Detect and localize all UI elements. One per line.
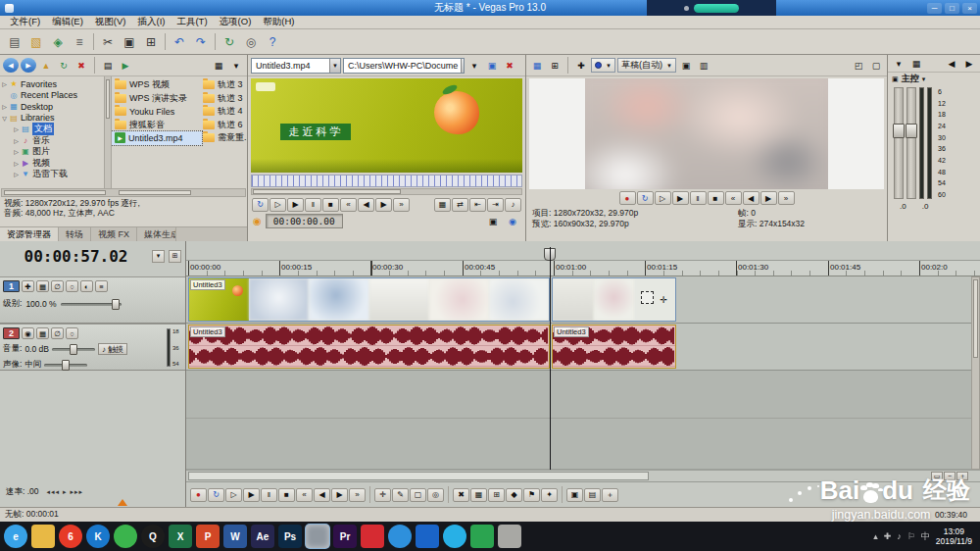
search-icon[interactable]: ◎ [240, 32, 262, 52]
tray-health-icon[interactable]: ✚ [884, 531, 892, 541]
step-forward-icon[interactable]: ▶ [760, 191, 777, 205]
solo-icon[interactable]: ○ [66, 327, 78, 339]
fader-handle[interactable] [893, 124, 905, 138]
tray-expand-icon[interactable]: ▴ [873, 531, 878, 541]
forward-icon[interactable]: ▶ [21, 58, 36, 73]
tree-item-pictures[interactable]: ▷▣图片 [0, 146, 104, 158]
go-to-start-icon[interactable]: « [340, 198, 357, 212]
normal-edit-icon[interactable]: ✛ [374, 488, 391, 502]
playhead[interactable] [550, 247, 551, 470]
recorder-button[interactable] [694, 4, 739, 13]
play-icon[interactable]: ▶ [287, 198, 304, 212]
master-fader-left[interactable] [894, 87, 904, 199]
loop-icon[interactable]: ↻ [637, 191, 654, 205]
tree-item-music[interactable]: ▷♪音乐 [0, 135, 104, 147]
dropdown-icon[interactable]: ▾ [228, 58, 244, 73]
trimmer-ruler[interactable] [251, 175, 522, 187]
go-to-end-icon[interactable]: » [393, 198, 410, 212]
record-icon[interactable]: ● [190, 488, 207, 502]
taskbar-app-excel[interactable]: X [169, 525, 192, 548]
go-to-end-icon[interactable]: » [349, 488, 366, 502]
audio-track-lane[interactable]: Untitled3 Untitled3 [186, 324, 980, 371]
envelope-edit-icon[interactable]: ✎ [392, 488, 409, 502]
marker-bar[interactable] [186, 241, 980, 261]
slider-handle[interactable] [62, 360, 70, 371]
mixer-icon[interactable]: ▣ [566, 488, 583, 502]
preview-video[interactable] [529, 78, 884, 189]
add-track-icon[interactable]: ＋ [602, 488, 618, 502]
slider-handle[interactable] [70, 344, 77, 355]
rate-scrubber[interactable]: ◂◂◂ ▸ ▸▸▸ [47, 488, 84, 496]
mute-icon[interactable]: ∅ [51, 327, 64, 339]
snap-icon[interactable]: ⊞ [488, 488, 505, 502]
loop-icon[interactable]: ↻ [252, 198, 269, 212]
media-start-icon[interactable]: ▶ [118, 58, 133, 73]
cut-icon[interactable]: ✂ [97, 32, 119, 52]
grid-icon[interactable]: ▣ [485, 214, 501, 228]
tab-transitions[interactable]: 转场 [59, 227, 91, 241]
meters-icon[interactable]: ▦ [908, 56, 924, 71]
taskbar-app-green[interactable] [114, 525, 137, 548]
tray-ime-icon[interactable]: 中 [921, 530, 930, 543]
properties-icon[interactable]: ≡ [69, 32, 90, 52]
video-track-lane[interactable]: Untitled3 ✛ [186, 276, 980, 324]
delete-icon[interactable]: ✖ [74, 58, 89, 73]
taskbar-app-360[interactable]: 6 [59, 525, 82, 548]
taskbar-app-gray[interactable] [498, 525, 521, 548]
file-item[interactable]: Youku Files [112, 105, 202, 119]
stop-icon[interactable]: ■ [278, 488, 295, 502]
video-clip-1[interactable]: Untitled3 [188, 277, 550, 322]
track-header-video[interactable]: 1 ✚ ▦ ∅ ○ ◐ ≡ 级别: 100.0 % [0, 276, 185, 324]
split-screen-icon[interactable]: ◰ [851, 58, 866, 73]
timeline-vscrollbar[interactable] [971, 276, 980, 470]
chevron-down-icon[interactable]: ▾ [922, 75, 926, 83]
taskbar-app-qq[interactable]: Q [141, 525, 165, 548]
automation-icon[interactable]: ◐ [80, 280, 93, 292]
timecode-grid-icon[interactable]: ⊞ [169, 250, 181, 263]
fullscreen-icon[interactable]: ▢ [868, 58, 884, 73]
bin-item[interactable]: 轨道 4 [202, 105, 247, 119]
grid-overlay-icon[interactable]: ▣ [678, 58, 694, 73]
go-to-start-icon[interactable]: « [725, 191, 742, 205]
views-icon[interactable]: ▤ [100, 58, 116, 73]
save-trim-icon[interactable]: ▣ [484, 58, 500, 73]
trimmer-scrollbar[interactable] [251, 188, 522, 195]
taskbar-app-shield[interactable] [470, 525, 494, 548]
step-back-icon[interactable]: ◀ [743, 191, 760, 205]
copy-frame-icon[interactable]: ⊞ [547, 58, 563, 73]
taskbar-app-browser[interactable]: e [4, 525, 27, 548]
stop-icon[interactable]: ■ [322, 198, 339, 212]
file-item[interactable]: WPS 视频 [112, 78, 202, 92]
file-item-selected[interactable]: ▶Untitled3.mp4 [112, 131, 202, 145]
prev-bus-icon[interactable]: ◀ [944, 56, 959, 71]
loop-icon[interactable]: ↻ [208, 488, 224, 502]
empty-track-lane[interactable] [186, 419, 980, 470]
explorer-hscrollbar[interactable] [1, 188, 246, 197]
timeline-timecode[interactable]: 00:00:57.02 [4, 247, 148, 266]
bin-item[interactable]: 轨道 6 [202, 119, 247, 132]
close-clip-icon[interactable]: ✖ [502, 58, 517, 73]
menu-help[interactable]: 帮助(H) [257, 16, 300, 28]
go-to-end-icon[interactable]: » [778, 191, 795, 205]
tree-item-documents[interactable]: ▷▤文档 [0, 124, 104, 135]
step-back-icon[interactable]: ◀ [314, 488, 330, 502]
trimmer-video[interactable]: 走近科学 [251, 78, 522, 173]
trimmer-timecode[interactable]: 00:00:00.00 [266, 214, 343, 228]
dropdown-icon[interactable]: ▾ [466, 58, 482, 73]
record-arm-icon[interactable]: ◉ [22, 327, 34, 339]
save-icon[interactable]: ◈ [47, 32, 69, 52]
taskbar-app-photoshop[interactable]: Ps [278, 525, 302, 548]
taskbar-app-powerpoint[interactable]: P [196, 525, 220, 548]
menu-insert[interactable]: 插入(I) [131, 16, 171, 28]
play-icon[interactable]: ▶ [672, 191, 689, 205]
taskbar-app-aftereffects[interactable]: Ae [251, 525, 274, 548]
maximize-button[interactable]: □ [945, 3, 959, 14]
help-icon[interactable]: ? [262, 32, 283, 52]
overlay-icon[interactable]: ✚ [573, 58, 589, 73]
pause-icon[interactable]: ‖ [690, 191, 707, 205]
tree-item-favorites[interactable]: ▷★Favorites [0, 78, 104, 90]
level-slider[interactable] [61, 303, 122, 306]
safe-area-icon[interactable]: ▥ [696, 58, 711, 73]
undo-icon[interactable]: ↶ [169, 32, 190, 52]
taskbar-app-word[interactable]: W [223, 525, 247, 548]
